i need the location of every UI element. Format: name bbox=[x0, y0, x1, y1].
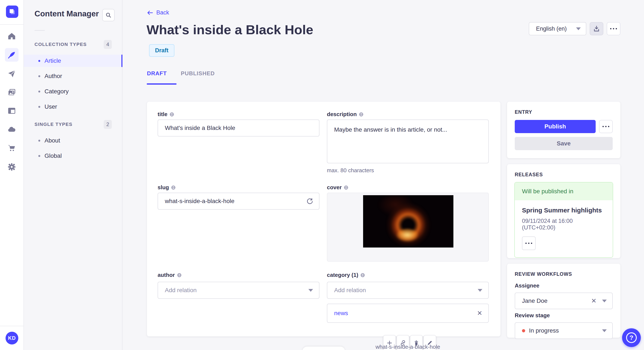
tab-published[interactable]: PUBLISHED bbox=[181, 70, 215, 77]
title-input[interactable] bbox=[158, 120, 320, 137]
category-placeholder: Add relation bbox=[334, 287, 478, 294]
back-arrow-icon bbox=[147, 10, 153, 15]
sidebar-divider bbox=[34, 30, 45, 31]
search-button[interactable] bbox=[102, 9, 114, 21]
version-tabs: DRAFT PUBLISHED bbox=[147, 70, 215, 77]
single-types-label: SINGLE TYPES bbox=[34, 122, 72, 127]
rail-bottom-divider bbox=[0, 326, 24, 326]
globe-icon bbox=[344, 185, 348, 190]
category-relation-link[interactable]: news bbox=[334, 310, 477, 317]
more-options-button[interactable] bbox=[607, 22, 620, 35]
sidebar-item-label: Global bbox=[44, 153, 62, 159]
sidebar-item-article[interactable]: Article bbox=[24, 55, 122, 67]
author-label-text: author bbox=[158, 272, 175, 278]
sidebar-item-author[interactable]: Author bbox=[24, 70, 122, 82]
publish-button[interactable]: Publish bbox=[515, 120, 596, 133]
strapi-logo-icon bbox=[8, 8, 16, 15]
locale-select[interactable]: English (en) bbox=[529, 22, 586, 35]
sidebar-title: Content Manager bbox=[34, 9, 99, 18]
review-panel-heading: REVIEW WORKFLOWS bbox=[515, 271, 572, 277]
release-status: Will be published in bbox=[515, 182, 613, 200]
collection-types-header: COLLECTION TYPES 4 bbox=[34, 40, 112, 49]
release-card: Will be published in Spring Summer highl… bbox=[514, 182, 613, 258]
content-manager-feather-icon[interactable] bbox=[5, 48, 18, 62]
review-stage-label: Review stage bbox=[515, 312, 550, 319]
assignee-label: Assignee bbox=[515, 282, 540, 289]
sidebar-item-label: Category bbox=[44, 88, 69, 95]
cart-icon[interactable] bbox=[5, 141, 18, 155]
back-link[interactable]: Back bbox=[147, 9, 169, 16]
slug-input[interactable] bbox=[158, 193, 320, 210]
cloud-icon[interactable] bbox=[5, 123, 18, 136]
active-tab-indicator bbox=[147, 83, 176, 85]
user-avatar[interactable]: KD bbox=[6, 332, 18, 345]
releases-panel-heading: RELEASES bbox=[515, 172, 543, 177]
next-section-peek bbox=[302, 347, 345, 350]
review-stage-combobox[interactable]: In progress bbox=[515, 322, 613, 339]
clear-assignee-icon[interactable]: ✕ bbox=[591, 298, 596, 304]
globe-icon bbox=[360, 273, 365, 278]
home-icon[interactable] bbox=[5, 29, 18, 43]
chevron-down-icon bbox=[576, 27, 581, 30]
entry-more-button[interactable] bbox=[599, 120, 613, 133]
tab-draft[interactable]: DRAFT bbox=[147, 70, 167, 77]
bullet-icon bbox=[38, 60, 40, 62]
bullet-icon bbox=[38, 155, 40, 157]
release-name: Spring Summer highlights bbox=[522, 207, 606, 214]
black-hole-ring bbox=[363, 195, 454, 247]
author-placeholder: Add relation bbox=[165, 287, 308, 294]
question-mark-icon: ? bbox=[626, 332, 637, 343]
stage-status-dot bbox=[522, 329, 525, 332]
collection-types-count-badge: 4 bbox=[104, 40, 112, 49]
back-label: Back bbox=[156, 9, 169, 16]
sidebar-item-label: User bbox=[44, 103, 57, 110]
entry-panel-heading: ENTRY bbox=[515, 109, 532, 115]
single-types-header: SINGLE TYPES 2 bbox=[34, 120, 112, 129]
sidebar-item-label: About bbox=[44, 137, 60, 144]
bullet-icon bbox=[38, 106, 40, 108]
globe-icon bbox=[177, 273, 182, 278]
bullet-icon bbox=[38, 140, 40, 142]
release-more-button[interactable] bbox=[522, 236, 536, 250]
help-button[interactable]: ? bbox=[622, 328, 641, 347]
sidebar-item-user[interactable]: User bbox=[24, 101, 122, 113]
globe-icon bbox=[171, 185, 176, 190]
remove-relation-icon[interactable]: ✕ bbox=[477, 310, 482, 316]
paper-plane-icon[interactable] bbox=[5, 67, 18, 81]
regenerate-slug-button[interactable] bbox=[306, 198, 314, 205]
main-nav-rail: KD bbox=[0, 0, 24, 350]
chevron-down-icon bbox=[308, 289, 313, 292]
release-date: 09/11/2024 at 16:00 (UTC+02:00) bbox=[522, 218, 606, 231]
header-actions: English (en) bbox=[529, 22, 620, 35]
category-relation-combobox[interactable]: Add relation bbox=[327, 282, 489, 299]
description-hint: max. 80 characters bbox=[327, 167, 374, 174]
title-field-label: title bbox=[158, 111, 174, 118]
sidebar-item-category[interactable]: Category bbox=[24, 85, 122, 98]
media-library-images-icon[interactable] bbox=[5, 85, 18, 99]
download-button[interactable] bbox=[590, 22, 603, 35]
single-types-count-badge: 2 bbox=[104, 120, 112, 129]
chevron-down-icon bbox=[602, 300, 607, 302]
assignee-combobox[interactable]: Jane Doe ✕ bbox=[515, 293, 613, 309]
save-button[interactable]: Save bbox=[515, 137, 613, 150]
rail-divider bbox=[0, 24, 24, 25]
stage-value: In progress bbox=[529, 327, 602, 334]
bullet-icon bbox=[38, 91, 40, 93]
description-textarea[interactable]: Maybe the answer is in this article, or … bbox=[327, 120, 489, 163]
entry-panel: ENTRY Publish Save bbox=[507, 102, 620, 158]
review-workflows-panel: REVIEW WORKFLOWS Assignee Jane Doe ✕ Rev… bbox=[507, 264, 620, 338]
cover-media-card: what-s-inside-a-black-hole bbox=[327, 193, 489, 262]
settings-gear-icon[interactable] bbox=[5, 160, 18, 174]
ellipsis-icon bbox=[610, 28, 617, 29]
sidebar-item-about[interactable]: About bbox=[24, 134, 122, 147]
author-relation-combobox[interactable]: Add relation bbox=[158, 282, 320, 299]
cover-image-black-hole[interactable] bbox=[363, 195, 454, 247]
status-badge: Draft bbox=[149, 44, 174, 57]
page-title: What's inside a Black Hole bbox=[146, 22, 313, 37]
refresh-icon bbox=[306, 198, 314, 205]
content-type-builder-layout-icon[interactable] bbox=[5, 104, 18, 118]
globe-icon bbox=[359, 112, 364, 117]
strapi-logo[interactable] bbox=[6, 5, 18, 18]
sidebar-item-global[interactable]: Global bbox=[24, 150, 122, 162]
chevron-down-icon bbox=[602, 329, 607, 332]
